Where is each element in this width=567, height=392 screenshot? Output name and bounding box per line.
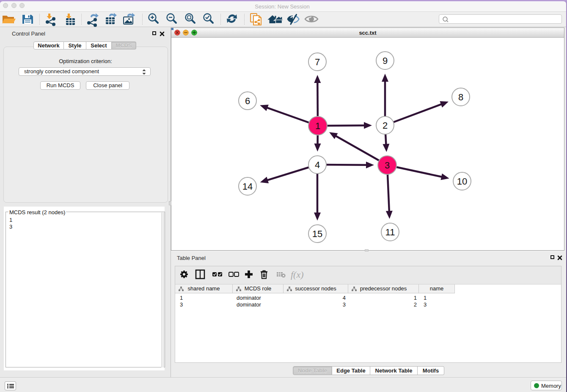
svg-text:7: 7: [315, 57, 320, 67]
svg-text:9: 9: [383, 55, 388, 66]
svg-text:15: 15: [312, 229, 322, 239]
svg-text:2: 2: [383, 120, 388, 131]
svg-text:10: 10: [457, 176, 467, 187]
svg-text:1: 1: [315, 121, 320, 131]
svg-text:14: 14: [242, 181, 253, 192]
svg-text:4: 4: [315, 160, 320, 170]
svg-text:f(x): f(x): [291, 269, 304, 280]
svg-text:3: 3: [385, 160, 390, 171]
svg-text:11: 11: [385, 227, 395, 237]
svg-text:6: 6: [245, 96, 250, 106]
svg-text:8: 8: [458, 92, 463, 102]
